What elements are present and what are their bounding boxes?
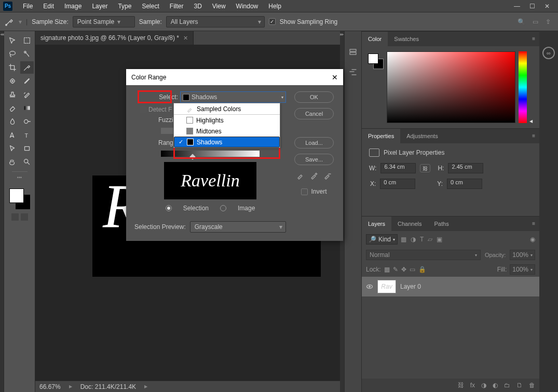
cancel-button[interactable]: Cancel (294, 108, 334, 119)
screen-mode-icon[interactable] (21, 213, 28, 221)
y-input[interactable]: 0 cm (447, 179, 482, 189)
ok-button[interactable]: OK (294, 91, 334, 103)
shape-tool[interactable] (20, 142, 34, 155)
menu-filter[interactable]: Filter (165, 0, 189, 12)
document-tab[interactable]: signature photo 3.jpg @ 66.7% (Layer 0, … (35, 31, 194, 45)
path-select-tool[interactable] (6, 142, 19, 155)
lock-move-icon[interactable]: ✥ (401, 266, 406, 273)
tab-layers[interactable]: Layers (362, 217, 391, 231)
show-ring-checkbox[interactable]: ✓ (269, 18, 276, 25)
gradient-tool[interactable] (20, 102, 34, 114)
select-dropdown[interactable]: Shadows▾ (180, 91, 286, 103)
move-tool[interactable] (6, 34, 19, 47)
zoom-tool[interactable] (20, 156, 34, 168)
menu-3d[interactable]: 3D (188, 0, 207, 12)
eyedropper-icon[interactable] (296, 171, 305, 180)
selection-preview-select[interactable]: Grayscale▾ (190, 221, 286, 233)
link-wh-icon[interactable]: ⛓ (420, 164, 430, 172)
eyedropper-tool[interactable] (20, 61, 34, 74)
eyedropper-plus-icon[interactable] (310, 171, 318, 180)
new-layer-icon[interactable]: 🗋 (516, 382, 523, 389)
invert-checkbox[interactable] (301, 188, 308, 195)
type-tool[interactable]: T (20, 129, 34, 141)
filter-smart-icon[interactable]: ▣ (437, 236, 442, 243)
marquee-tool[interactable] (20, 34, 34, 47)
filter-pixel-icon[interactable]: ▦ (401, 236, 406, 243)
save-button[interactable]: Save... (294, 154, 334, 165)
color-swatches[interactable] (8, 187, 31, 210)
panel-menu-icon[interactable]: ≡ (532, 217, 539, 231)
menu-file[interactable]: File (18, 0, 38, 12)
quick-mask-icon[interactable] (11, 213, 19, 221)
fx-icon[interactable]: fx (470, 382, 475, 389)
load-button[interactable]: Load... (294, 137, 334, 148)
pen-tool[interactable] (6, 129, 19, 141)
lock-all-icon[interactable]: 🔒 (418, 266, 426, 273)
tab-properties[interactable]: Properties (362, 129, 400, 143)
menu-view[interactable]: View (207, 0, 231, 12)
layer-filter-select[interactable]: 🔎Kind▾ (366, 234, 398, 245)
filter-adjust-icon[interactable]: ◑ (411, 236, 416, 243)
quick-select-tool[interactable] (20, 48, 34, 60)
lock-pixels-icon[interactable]: ▦ (384, 266, 390, 273)
info-panel-icon[interactable] (348, 67, 358, 78)
dd-highlights[interactable]: Highlights (174, 115, 280, 126)
menu-layer[interactable]: Layer (87, 0, 113, 12)
creative-cloud-icon[interactable]: ∞ (542, 47, 555, 59)
filter-type-icon[interactable]: T (420, 236, 424, 243)
tab-color[interactable]: Color (362, 32, 388, 46)
delete-layer-icon[interactable]: 🗑 (529, 382, 535, 389)
selection-radio[interactable] (166, 205, 172, 211)
lasso-tool[interactable] (6, 48, 19, 60)
color-field[interactable] (387, 51, 515, 123)
lock-artboard-icon[interactable]: ▭ (410, 266, 415, 273)
layer-name[interactable]: Layer 0 (400, 283, 421, 290)
menu-image[interactable]: Image (59, 0, 87, 12)
filter-toggle[interactable]: ◉ (530, 236, 535, 243)
search-icon[interactable]: 🔍 (518, 18, 525, 25)
zoom-level[interactable]: 66.67% (39, 383, 61, 390)
tool-panel-collapse[interactable] (0, 31, 4, 392)
image-radio[interactable] (220, 205, 226, 211)
panel-menu-icon[interactable]: ≡ (532, 129, 539, 143)
height-input[interactable]: 2.45 cm (448, 163, 483, 173)
blend-mode-select[interactable]: Normal▾ (366, 250, 481, 260)
healing-tool[interactable] (6, 75, 19, 87)
crop-tool[interactable] (6, 61, 19, 74)
history-panel-icon[interactable] (348, 47, 358, 57)
menu-select[interactable]: Select (137, 0, 164, 12)
menu-window[interactable]: Window (231, 0, 264, 12)
tab-adjustments[interactable]: Adjustments (400, 129, 444, 143)
tab-channels[interactable]: Channels (391, 217, 428, 231)
tab-swatches[interactable]: Swatches (388, 32, 425, 46)
minimize-icon[interactable]: — (514, 3, 520, 10)
menu-type[interactable]: Type (113, 0, 137, 12)
panel-menu-icon[interactable]: ≡ (532, 32, 539, 46)
dd-shadows[interactable]: ✓Shadows (174, 137, 280, 147)
dd-sampled-colors[interactable]: Sampled Colors (174, 103, 280, 114)
mask-icon[interactable]: ◑ (481, 382, 486, 389)
sample-size-select[interactable]: Point Sample▾ (73, 16, 135, 28)
x-input[interactable]: 0 cm (380, 179, 415, 189)
filter-shape-icon[interactable]: ▱ (428, 236, 432, 243)
menu-edit[interactable]: Edit (38, 0, 59, 12)
sample-select[interactable]: All Layers▾ (166, 16, 265, 28)
fg-bg-swatch[interactable] (367, 51, 384, 75)
brush-tool[interactable] (20, 75, 34, 87)
dd-midtones[interactable]: Midtones (174, 126, 280, 137)
blur-tool[interactable] (6, 115, 19, 128)
close-dialog-icon[interactable]: ✕ (332, 73, 338, 82)
link-layers-icon[interactable]: ⛓ (458, 382, 464, 389)
workspace-icon[interactable]: ▭ (533, 18, 538, 25)
close-app-icon[interactable]: ✕ (545, 3, 550, 10)
group-icon[interactable]: 🗀 (504, 382, 510, 389)
hue-slider[interactable] (519, 51, 527, 123)
dodge-tool[interactable] (20, 115, 34, 128)
opacity-input[interactable]: 100%▾ (510, 250, 535, 260)
menu-help[interactable]: Help (263, 0, 287, 12)
share-icon[interactable]: ⇪ (546, 18, 551, 25)
lock-paint-icon[interactable]: ✎ (393, 266, 398, 273)
eraser-tool[interactable] (6, 102, 19, 114)
tab-paths[interactable]: Paths (428, 217, 455, 231)
maximize-icon[interactable]: ☐ (529, 3, 535, 10)
